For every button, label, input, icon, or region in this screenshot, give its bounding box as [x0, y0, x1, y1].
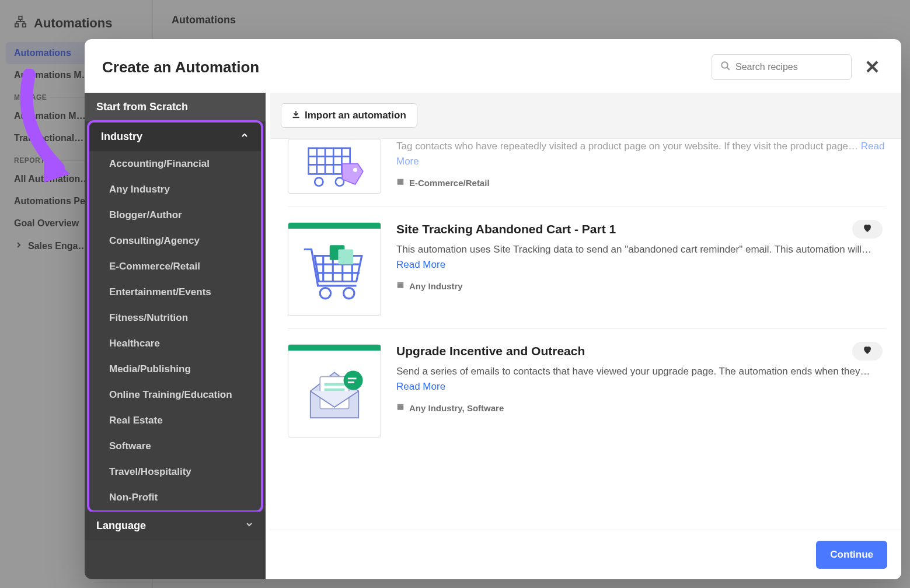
svg-point-3: [721, 62, 728, 68]
import-automation-button[interactable]: Import an automation: [281, 103, 417, 128]
modal-footer: Continue: [270, 530, 901, 579]
recipe-title: Upgrade Incentive and Outreach: [396, 344, 886, 358]
close-icon: ✕: [864, 57, 880, 78]
industry-item-label: Consulting/Agency: [109, 235, 200, 246]
heart-icon: [862, 223, 873, 236]
svg-rect-23: [398, 404, 404, 405]
industry-item-label: Real Estate: [109, 415, 163, 426]
recipe-list[interactable]: Tag contacts who have repeatedly visited…: [270, 139, 901, 530]
industry-item[interactable]: Consulting/Agency: [89, 228, 261, 254]
industry-item[interactable]: Online Training/Education: [89, 382, 261, 408]
abandoned-cart-icon: [299, 240, 369, 304]
modal-header: Create an Automation ✕: [85, 39, 901, 93]
envelope-message-icon: [299, 362, 369, 426]
industry-item-label: Non-Profit: [109, 492, 158, 503]
industry-highlight: Industry Accounting/FinancialAny Industr…: [87, 120, 263, 513]
industry-item-label: Entertainment/Events: [109, 286, 211, 298]
industry-item[interactable]: Healthcare: [89, 331, 261, 356]
recipe-column: Import an automation: [270, 93, 901, 579]
modal-title: Create an Automation: [102, 58, 702, 76]
industry-item-label: Online Training/Education: [109, 389, 232, 400]
industry-item[interactable]: E-Commerce/Retail: [89, 254, 261, 279]
search-icon: [720, 61, 731, 74]
import-bar: Import an automation: [270, 93, 901, 139]
industry-item[interactable]: Non-Profit: [89, 485, 261, 510]
svg-rect-7: [398, 180, 404, 185]
recipe-desc: This automation uses Site Tracking data …: [396, 242, 886, 272]
recipe-meta: Any Industry: [396, 281, 886, 291]
search-input-field[interactable]: [735, 62, 843, 72]
recipe-card[interactable]: Upgrade Incentive and Outreach Send a se…: [288, 329, 886, 450]
recipe-meta: E-Commerce/Retail: [396, 178, 886, 188]
category-icon: [396, 403, 405, 413]
svg-point-19: [344, 371, 363, 390]
recipe-desc: Send a series of emails to contacts that…: [396, 364, 886, 394]
industry-item-label: E-Commerce/Retail: [109, 261, 200, 272]
favorite-button[interactable]: [852, 220, 883, 239]
industry-item[interactable]: Real Estate: [89, 408, 261, 433]
category-icon: [396, 178, 405, 188]
industry-item[interactable]: Software: [89, 433, 261, 459]
svg-rect-20: [348, 378, 357, 380]
industry-label: Industry: [101, 131, 142, 143]
svg-point-4: [315, 178, 323, 186]
recipe-desc: Tag contacts who have repeatedly visited…: [396, 139, 886, 169]
category-icon: [396, 281, 405, 291]
svg-point-10: [344, 288, 354, 299]
industry-item[interactable]: Accounting/Financial: [89, 151, 261, 177]
cart-tag-icon: [302, 143, 367, 190]
svg-rect-12: [338, 250, 353, 265]
industry-item[interactable]: Fitness/Nutrition: [89, 305, 261, 331]
industry-item-label: Blogger/Author: [109, 209, 182, 220]
close-button[interactable]: ✕: [861, 58, 884, 76]
svg-rect-16: [325, 383, 345, 386]
recipe-card[interactable]: Site Tracking Abandoned Cart - Part 1 Th…: [288, 207, 886, 329]
heart-icon: [862, 345, 873, 358]
recipe-card-partial[interactable]: Tag contacts who have repeatedly visited…: [288, 139, 886, 207]
svg-rect-17: [325, 388, 345, 391]
search-recipes-input[interactable]: [712, 54, 852, 80]
industry-item[interactable]: Travel/Hospitality: [89, 459, 261, 485]
svg-rect-8: [398, 179, 404, 180]
industry-item[interactable]: Any Industry: [89, 177, 261, 202]
start-from-scratch-label: Start from Scratch: [96, 101, 188, 113]
svg-rect-21: [348, 382, 354, 383]
svg-rect-14: [398, 282, 404, 284]
industry-item-label: Any Industry: [109, 184, 170, 195]
recipe-thumb: [288, 222, 381, 316]
industry-collapsible[interactable]: Industry: [89, 123, 261, 151]
download-icon: [292, 110, 300, 121]
language-collapsible[interactable]: Language: [85, 512, 266, 540]
start-from-scratch-item[interactable]: Start from Scratch: [85, 93, 266, 121]
continue-button[interactable]: Continue: [816, 541, 887, 569]
favorite-button[interactable]: [852, 342, 883, 360]
recipe-thumb: [288, 344, 381, 438]
industry-item-label: Fitness/Nutrition: [109, 312, 188, 323]
industry-item-label: Travel/Hospitality: [109, 466, 191, 477]
read-more-link[interactable]: Read More: [396, 381, 445, 392]
industry-item[interactable]: Blogger/Author: [89, 202, 261, 228]
recipe-meta: Any Industry, Software: [396, 403, 886, 413]
import-label: Import an automation: [305, 110, 406, 121]
language-label: Language: [96, 520, 146, 532]
chevron-up-icon: [240, 131, 249, 143]
industry-item-label: Media/Publishing: [109, 363, 191, 374]
category-column: Start from Scratch Industry Accounting/F…: [85, 93, 270, 579]
create-automation-modal: Create an Automation ✕ Start from Scratc…: [85, 39, 901, 579]
chevron-down-icon: [245, 520, 254, 532]
svg-point-9: [320, 288, 330, 299]
svg-rect-13: [398, 284, 404, 288]
industry-item-label: Accounting/Financial: [109, 158, 210, 169]
svg-rect-22: [398, 405, 404, 410]
industry-item-label: Healthcare: [109, 338, 160, 349]
recipe-thumb: [288, 139, 381, 194]
industry-item[interactable]: Media/Publishing: [89, 356, 261, 382]
svg-point-6: [353, 168, 357, 172]
industry-item[interactable]: Entertainment/Events: [89, 279, 261, 305]
recipe-title: Site Tracking Abandoned Cart - Part 1: [396, 222, 886, 236]
industry-item-label: Software: [109, 440, 151, 452]
read-more-link[interactable]: Read More: [396, 259, 445, 270]
